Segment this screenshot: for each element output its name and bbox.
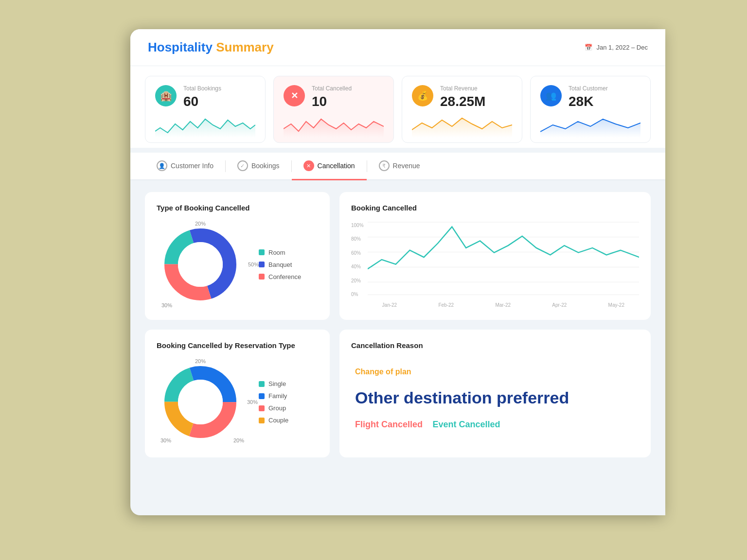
cancellation-reason-title: Cancellation Reason	[351, 341, 639, 350]
kpi-card-customers: 👥 Total Customer 28K	[530, 76, 651, 143]
legend-label-family: Family	[268, 392, 287, 400]
legend-item-banquet: Banquet	[259, 261, 301, 268]
legend-label-couple: Couple	[268, 417, 288, 424]
legend-label-group: Group	[268, 404, 286, 412]
content-row-2: Booking Cancelled by Reservation Type 20…	[145, 330, 651, 457]
tab-customer-info[interactable]: 👤 Customer Info	[145, 153, 225, 180]
line-chart-svg	[368, 221, 639, 298]
type-booking-cancelled-card: Type of Booking Cancelled 20%	[145, 192, 330, 320]
date-range-text: Jan 1, 2022 – Dec	[596, 44, 648, 51]
legend-item-family: Family	[259, 392, 288, 400]
kpi-value-cancelled: 10	[312, 94, 352, 109]
y-label-100: 100%	[351, 223, 364, 228]
kpi-icon-cancelled: ✕	[284, 85, 305, 106]
donut-label-bottom: 30%	[161, 302, 172, 308]
kpi-label-customers: Total Customer	[569, 85, 608, 92]
header: Hospitality Summary 📅 Jan 1, 2022 – Dec	[130, 29, 665, 66]
dashboard: Hospitality Summary 📅 Jan 1, 2022 – Dec …	[130, 29, 665, 469]
calendar-icon: 📅	[585, 44, 592, 51]
donut2-label-right: 30%	[247, 399, 258, 405]
donut-label-top: 20%	[195, 221, 206, 227]
word-cloud: Change of plan Other destination preferr…	[351, 358, 639, 439]
donut-label-right: 50%	[248, 262, 259, 267]
tab-icon-customer: 👤	[157, 160, 167, 171]
donut-wrap-2: 20% 30% 30% 20%	[157, 358, 318, 446]
kpi-card-revenue: 💰 Total Revenue 28.25M	[402, 76, 522, 143]
booking-cancelled-line-card: Booking Cancelled 100% 80% 60% 40% 20% 0…	[339, 192, 651, 320]
donut-chart-2: 20% 30% 30% 20%	[157, 358, 244, 446]
kpi-chart-cancelled	[284, 114, 384, 138]
y-axis: 100% 80% 60% 40% 20% 0%	[351, 221, 364, 308]
kpi-chart-bookings	[155, 114, 255, 138]
tab-label-bookings: Bookings	[251, 162, 280, 170]
tab-bookings[interactable]: ✓ Bookings	[226, 153, 291, 180]
legend-item-single: Single	[259, 380, 288, 387]
kpi-icon-revenue: 💰	[412, 85, 433, 106]
legend-booking-type: Room Banquet Conference	[259, 249, 301, 280]
x-label-apr: Apr-22	[552, 302, 567, 308]
booking-cancelled-line-title: Booking Cancelled	[351, 204, 639, 212]
word-flight-cancelled: Flight Cancelled	[355, 417, 423, 432]
legend-dot-conference	[259, 274, 265, 280]
kpi-value-bookings: 60	[183, 94, 221, 109]
kpi-label-revenue: Total Revenue	[440, 85, 485, 92]
legend-item-group: Group	[259, 404, 288, 412]
tab-label-customer: Customer Info	[171, 162, 213, 170]
tab-label-revenue: Revenue	[393, 162, 420, 170]
tab-icon-bookings: ✓	[237, 160, 248, 171]
y-label-20: 20%	[351, 278, 364, 283]
donut-wrap-1: 20% 50% 30%	[157, 221, 318, 308]
legend-reservation: Single Family Group	[259, 380, 288, 424]
x-label-may: May-22	[608, 302, 624, 308]
donut-chart-1: 20% 50% 30%	[157, 221, 244, 308]
tab-icon-cancellation: ✕	[303, 160, 314, 171]
kpi-card-cancelled: ✕ Total Cancelled 10	[273, 76, 394, 143]
content-row-1: Type of Booking Cancelled 20%	[145, 192, 651, 320]
tab-label-cancellation: Cancellation	[318, 162, 355, 170]
donut2-label-bottom-right: 20%	[233, 438, 244, 443]
x-axis: Jan-22 Feb-22 Mar-22 Apr-22 May-22	[368, 300, 639, 308]
kpi-value-customers: 28K	[569, 94, 608, 109]
kpi-icon-customers: 👥	[540, 85, 562, 106]
donut2-label-bottom-left: 30%	[160, 438, 171, 443]
line-chart-inner: Jan-22 Feb-22 Mar-22 Apr-22 May-22	[368, 221, 639, 308]
reservation-type-card: Booking Cancelled by Reservation Type 20…	[145, 330, 330, 457]
word-other-destination: Other destination preferred	[355, 383, 569, 413]
legend-dot-single	[259, 381, 265, 387]
page-title: Hospitality Summary	[148, 40, 274, 55]
legend-dot-room	[259, 249, 265, 255]
svg-point-3	[178, 242, 223, 287]
tab-cancellation[interactable]: ✕ Cancellation	[292, 153, 367, 180]
legend-dot-couple	[259, 418, 265, 423]
tab-icon-revenue: ₹	[379, 160, 390, 171]
kpi-icon-bookings: 🏨	[155, 85, 177, 106]
kpi-value-revenue: 28.25M	[440, 94, 485, 109]
kpi-section: 🏨 Total Bookings 60	[130, 66, 665, 148]
legend-dot-family	[259, 393, 265, 399]
content-area: Type of Booking Cancelled 20%	[130, 180, 665, 469]
legend-label-conference: Conference	[268, 273, 301, 280]
kpi-label-bookings: Total Bookings	[183, 85, 221, 92]
tab-revenue[interactable]: ₹ Revenue	[367, 153, 432, 180]
x-label-mar: Mar-22	[495, 302, 511, 308]
legend-label-room: Room	[268, 249, 285, 256]
legend-dot-banquet	[259, 262, 265, 267]
title-orange: Summary	[216, 40, 274, 54]
svg-point-14	[178, 380, 223, 424]
x-label-feb: Feb-22	[438, 302, 454, 308]
kpi-label-cancelled: Total Cancelled	[312, 85, 352, 92]
x-label-jan: Jan-22	[382, 302, 397, 308]
title-blue: Hospitality	[148, 40, 213, 54]
reservation-type-title: Booking Cancelled by Reservation Type	[157, 341, 318, 350]
line-chart-wrapper: 100% 80% 60% 40% 20% 0%	[351, 221, 639, 308]
y-label-60: 60%	[351, 250, 364, 256]
legend-label-banquet: Banquet	[268, 261, 292, 268]
device-frame: Hospitality Summary 📅 Jan 1, 2022 – Dec …	[130, 29, 665, 515]
legend-item-room: Room	[259, 249, 301, 256]
type-booking-title: Type of Booking Cancelled	[157, 204, 318, 212]
y-label-40: 40%	[351, 264, 364, 269]
tabs-section: 👤 Customer Info ✓ Bookings ✕ Cancellatio…	[130, 153, 665, 180]
donut2-label-top: 20%	[195, 358, 206, 364]
kpi-chart-customers	[540, 114, 640, 138]
legend-label-single: Single	[268, 380, 286, 387]
